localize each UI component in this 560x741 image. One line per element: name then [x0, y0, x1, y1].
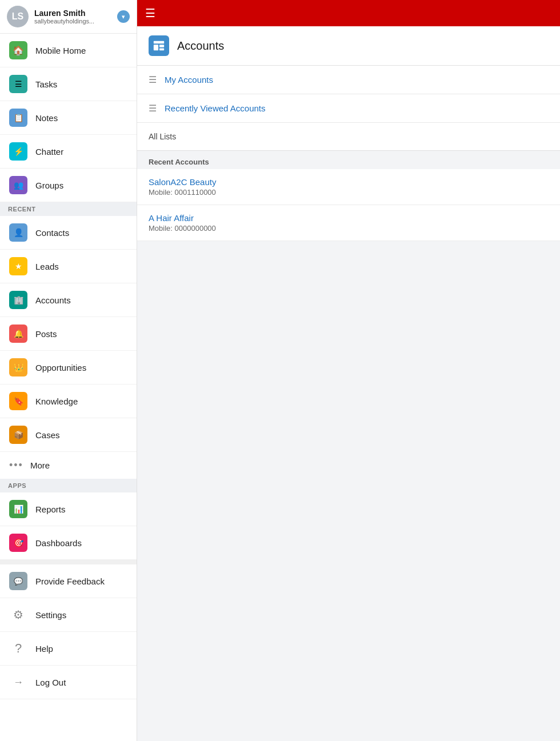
nav-label-mobile-home: Mobile Home — [35, 46, 86, 55]
nav-label-knowledge: Knowledge — [35, 396, 78, 406]
nav-top-notes[interactable]: 📋 Notes — [0, 101, 137, 135]
knowledge-icon: 🔖 — [9, 392, 27, 410]
nav-label-chatter: Chatter — [35, 147, 63, 157]
groups-icon: 👥 — [9, 176, 27, 194]
nav-top-mobile-home[interactable]: 🏠 Mobile Home — [0, 34, 137, 67]
nav-bottom-help[interactable]: ? Help — [0, 632, 137, 666]
help-icon: ? — [9, 639, 27, 658]
log-out-icon: → — [9, 673, 27, 691]
nav-bottom-log-out[interactable]: → Log Out — [0, 666, 137, 699]
account-mobile-salona2c: Mobile: 0001110000 — [149, 188, 549, 197]
nav-label-posts: Posts — [35, 329, 57, 339]
provide-feedback-icon: 💬 — [9, 572, 27, 590]
recent-accounts-label: Recent Accounts — [149, 158, 209, 166]
svg-rect-0 — [154, 41, 164, 44]
nav-bottom-settings[interactable]: ⚙ Settings — [0, 598, 137, 632]
account-name-hairaffair: A Hair Affair — [149, 213, 549, 223]
user-name: Lauren Smith — [34, 9, 117, 18]
accounts-content: Accounts ☰ My Accounts ☰ Recently Viewed… — [137, 26, 560, 741]
my-accounts-row[interactable]: ☰ My Accounts — [137, 66, 560, 94]
svg-rect-2 — [159, 45, 164, 47]
accounts-icon: 🏢 — [9, 291, 27, 309]
nav-label-accounts: Accounts — [35, 295, 71, 305]
nav-recent-contacts[interactable]: 👤 Contacts — [0, 216, 137, 250]
my-accounts-list-icon: ☰ — [149, 74, 157, 85]
nav-label-leads: Leads — [35, 262, 59, 271]
main-content: ☰ Accounts ☰ My Accounts ☰ Recently View… — [137, 0, 560, 741]
notes-icon: 📋 — [9, 109, 27, 127]
nav-label-reports: Reports — [35, 504, 66, 514]
nav-label-provide-feedback: Provide Feedback — [35, 576, 105, 586]
all-lists-label: All Lists — [149, 132, 176, 141]
nav-recent-cases[interactable]: 📦 Cases — [0, 418, 137, 452]
svg-rect-3 — [159, 49, 164, 51]
nav-apps-dashboards[interactable]: 🎯 Dashboards — [0, 526, 137, 560]
accounts-page-icon — [149, 35, 169, 56]
all-lists-row[interactable]: All Lists — [137, 123, 560, 151]
dashboards-icon: 🎯 — [9, 534, 27, 552]
recent-accounts-section: Recent Accounts — [137, 151, 560, 169]
nav-top-chatter[interactable]: ⚡ Chatter — [0, 135, 137, 169]
my-accounts-label: My Accounts — [165, 75, 213, 85]
user-profile-row[interactable]: LS Lauren Smith sallybeautyholdings... ▾ — [0, 0, 137, 34]
nav-recent-posts[interactable]: 🔔 Posts — [0, 317, 137, 351]
account-item-hairaffair[interactable]: A Hair Affair Mobile: 0000000000 — [137, 205, 560, 241]
posts-icon: 🔔 — [9, 325, 27, 343]
leads-icon: ★ — [9, 257, 27, 275]
nav-label-tasks: Tasks — [35, 79, 57, 89]
nav-recent-opportunities[interactable]: 👑 Opportunities — [0, 351, 137, 384]
hamburger-menu-icon[interactable]: ☰ — [145, 6, 155, 20]
nav-bottom-provide-feedback[interactable]: 💬 Provide Feedback — [0, 564, 137, 598]
nav-label-opportunities: Opportunities — [35, 363, 86, 372]
recently-viewed-list-icon: ☰ — [149, 103, 157, 114]
accounts-page-title: Accounts — [177, 39, 224, 53]
accounts-header: Accounts — [137, 26, 560, 66]
nav-label-log-out: Log Out — [35, 678, 66, 687]
nav-top-groups[interactable]: 👥 Groups — [0, 169, 137, 202]
more-label: More — [30, 460, 50, 470]
nav-label-help: Help — [35, 644, 53, 654]
nav-label-dashboards: Dashboards — [35, 538, 82, 548]
more-dots-icon: ••• — [9, 459, 23, 471]
more-row[interactable]: ••• More — [0, 452, 137, 479]
nav-recent-leads[interactable]: ★ Leads — [0, 250, 137, 283]
account-name-salona2c: SalonA2C Beauty — [149, 177, 549, 187]
mobile-home-icon: 🏠 — [9, 41, 27, 59]
nav-label-notes: Notes — [35, 113, 58, 123]
nav-apps-reports[interactable]: 📊 Reports — [0, 492, 137, 526]
user-org: sallybeautyholdings... — [34, 18, 117, 25]
section-header-recent: RECENT — [0, 202, 137, 216]
recently-viewed-label: Recently Viewed Accounts — [165, 103, 266, 113]
nav-top-tasks[interactable]: ☰ Tasks — [0, 67, 137, 101]
avatar: LS — [7, 6, 29, 27]
settings-icon: ⚙ — [9, 606, 27, 624]
account-item-salona2c[interactable]: SalonA2C Beauty Mobile: 0001110000 — [137, 169, 560, 205]
nav-recent-accounts[interactable]: 🏢 Accounts — [0, 283, 137, 317]
tasks-icon: ☰ — [9, 75, 27, 93]
nav-recent-knowledge[interactable]: 🔖 Knowledge — [0, 384, 137, 418]
nav-label-cases: Cases — [35, 430, 60, 440]
nav-label-groups: Groups — [35, 181, 63, 190]
recently-viewed-row[interactable]: ☰ Recently Viewed Accounts — [137, 94, 560, 123]
chatter-icon: ⚡ — [9, 142, 27, 161]
cases-icon: 📦 — [9, 426, 27, 444]
user-menu-chevron[interactable]: ▾ — [117, 10, 130, 23]
nav-label-settings: Settings — [35, 610, 66, 620]
reports-icon: 📊 — [9, 500, 27, 518]
opportunities-icon: 👑 — [9, 358, 27, 376]
sidebar: LS Lauren Smith sallybeautyholdings... ▾… — [0, 0, 137, 741]
apps-divider — [0, 560, 137, 564]
contacts-icon: 👤 — [9, 223, 27, 242]
user-info: Lauren Smith sallybeautyholdings... — [34, 9, 117, 25]
section-header-apps: APPS — [0, 479, 137, 492]
nav-label-contacts: Contacts — [35, 228, 69, 238]
account-mobile-hairaffair: Mobile: 0000000000 — [149, 224, 549, 233]
top-bar: ☰ — [137, 0, 560, 26]
svg-rect-1 — [154, 45, 158, 50]
